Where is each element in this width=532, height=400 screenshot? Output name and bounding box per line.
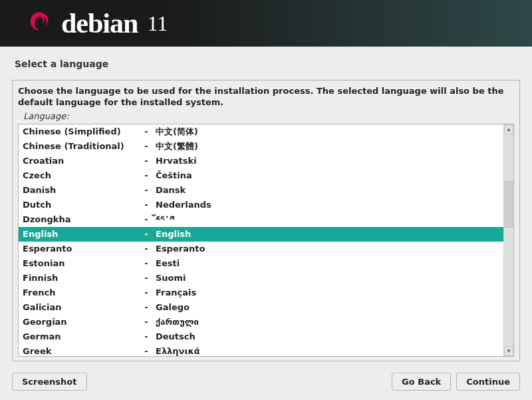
list-item[interactable]: Czech-Čeština [19, 168, 503, 183]
list-item[interactable]: Dutch-Nederlands [19, 198, 503, 212]
brand-text: debian [61, 7, 138, 39]
footer-bar: Screenshot Go Back Continue [0, 366, 532, 400]
language-native: 中文(繁體) [156, 140, 503, 152]
debian-swirl-icon [27, 7, 52, 39]
language-name: Chinese (Traditional) [23, 141, 137, 151]
language-name: Croatian [23, 156, 137, 166]
list-item[interactable]: English-English [19, 227, 503, 242]
list-item[interactable]: Georgian-ქართული [19, 315, 503, 329]
language-native: ཇོང་ཁ [156, 214, 503, 224]
language-listbox[interactable]: Chinese (Simplified)-中文(简体)Chinese (Trad… [18, 124, 514, 357]
separator: - [137, 214, 156, 224]
language-name: Georgian [23, 317, 137, 327]
language-name: Esperanto [23, 244, 137, 254]
separator: - [137, 244, 156, 254]
language-name: Galician [23, 302, 137, 312]
scrollbar-thumb[interactable] [505, 181, 513, 228]
language-name: Finnish [23, 273, 137, 283]
scrollbar-track[interactable] [504, 134, 513, 346]
language-name: German [23, 331, 137, 341]
language-native: 中文(简体) [156, 126, 503, 138]
list-item[interactable]: Chinese (Traditional)-中文(繁體) [19, 139, 503, 154]
screenshot-button[interactable]: Screenshot [12, 373, 87, 391]
language-native: Galego [156, 302, 503, 312]
language-name: English [23, 229, 137, 239]
language-name: Estonian [23, 258, 137, 268]
list-item[interactable]: Esperanto-Esperanto [19, 242, 503, 256]
separator: - [137, 317, 156, 327]
separator: - [137, 200, 156, 210]
language-native: ქართული [156, 317, 503, 327]
separator: - [137, 126, 156, 136]
scrollbar-vertical[interactable]: ▴ ▾ [503, 124, 513, 356]
list-item[interactable]: Greek-Ελληνικά [19, 344, 503, 356]
language-native: Français [156, 288, 503, 298]
list-item[interactable]: German-Deutsch [19, 329, 503, 344]
header-banner: debian 11 [0, 0, 532, 47]
language-name: Greek [23, 346, 137, 356]
instruction-text: Choose the language to be used for the i… [18, 86, 514, 108]
main-panel: Choose the language to be used for the i… [12, 80, 520, 361]
separator: - [137, 156, 156, 166]
language-native: Suomi [156, 273, 503, 283]
separator: - [137, 170, 156, 180]
language-native: Esperanto [156, 244, 503, 254]
language-name: Dutch [23, 200, 137, 210]
language-name: Chinese (Simplified) [23, 126, 137, 136]
language-native: Dansk [156, 185, 503, 195]
list-item[interactable]: Estonian-Eesti [19, 256, 503, 271]
list-item[interactable]: Chinese (Simplified)-中文(简体) [19, 124, 503, 139]
separator: - [137, 331, 156, 341]
language-native: English [156, 229, 503, 239]
language-name: Czech [23, 170, 137, 180]
field-label: Language: [23, 111, 514, 121]
language-native: Eesti [156, 258, 503, 268]
separator: - [137, 346, 156, 356]
list-item[interactable]: Croatian-Hrvatski [19, 154, 503, 168]
language-native: Hrvatski [156, 156, 503, 166]
list-item[interactable]: French-Français [19, 286, 503, 300]
separator: - [137, 273, 156, 283]
continue-button[interactable]: Continue [456, 373, 520, 391]
separator: - [137, 141, 156, 151]
list-item[interactable]: Finnish-Suomi [19, 271, 503, 286]
list-item[interactable]: Danish-Dansk [19, 183, 503, 198]
list-item[interactable]: Galician-Galego [19, 300, 503, 315]
language-native: Ελληνικά [156, 346, 503, 356]
separator: - [137, 288, 156, 298]
language-name: French [23, 288, 137, 298]
language-native: Deutsch [156, 331, 503, 341]
language-native: Čeština [156, 170, 503, 180]
go-back-button[interactable]: Go Back [392, 373, 451, 391]
separator: - [137, 302, 156, 312]
scroll-down-button[interactable]: ▾ [504, 346, 513, 356]
language-name: Danish [23, 185, 137, 195]
separator: - [137, 258, 156, 268]
list-item[interactable]: Dzongkha-ཇོང་ཁ [19, 212, 503, 227]
page-title: Select a language [15, 59, 520, 69]
brand-version: 11 [147, 11, 168, 36]
scroll-up-button[interactable]: ▴ [504, 124, 513, 134]
separator: - [137, 229, 156, 239]
language-native: Nederlands [156, 200, 503, 210]
separator: - [137, 185, 156, 195]
language-name: Dzongkha [23, 214, 137, 224]
